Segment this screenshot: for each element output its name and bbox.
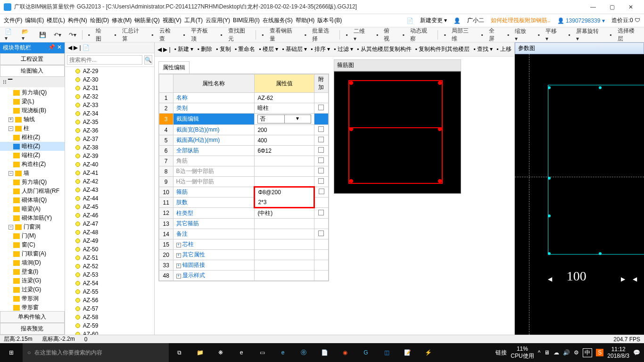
component-item[interactable]: AZ-43 <box>65 186 154 194</box>
component-item[interactable]: AZ-51 <box>65 254 154 262</box>
toolbar-btn[interactable]: ▪绘图 <box>86 26 109 44</box>
component-item[interactable]: AZ-45 <box>65 203 154 211</box>
menu-item[interactable]: 在线服务(S) <box>263 16 293 25</box>
component-item[interactable]: AZ-41 <box>65 169 154 177</box>
search-input[interactable] <box>67 55 142 65</box>
prop-extra-check[interactable] <box>314 250 328 260</box>
component-item[interactable]: AZ-49 <box>65 237 154 245</box>
ct-nav[interactable]: ◀ ▶ | <box>157 46 171 53</box>
toolbar-btn[interactable]: ▪云检查 <box>149 26 177 44</box>
ctoolbar-btn[interactable]: ▪ 基础层 ▾ <box>282 45 307 53</box>
component-item[interactable]: AZ-50 <box>65 245 154 254</box>
menu-item[interactable]: 钢筋量(Q) <box>134 16 159 25</box>
tree-item[interactable]: 窗(C) <box>0 240 65 249</box>
pin-icon[interactable]: 📌 ✕ <box>48 44 61 52</box>
tree-item[interactable]: −墙 <box>0 169 65 178</box>
ctoolbar-btn[interactable]: ▪ 排序 ▾ <box>311 45 330 53</box>
component-item[interactable]: AZ-36 <box>65 126 154 135</box>
component-item[interactable]: AZ-33 <box>65 101 154 109</box>
taskbar-edge2-icon[interactable]: e <box>272 343 293 362</box>
menu-item[interactable]: 文件(F) <box>4 16 22 25</box>
taskbar-app-icon[interactable]: 📄 <box>314 343 335 362</box>
taskbar-app-icon[interactable]: 📁 <box>190 343 210 362</box>
component-item[interactable]: AZ-47 <box>65 220 154 228</box>
component-item[interactable]: AZ-29 <box>65 67 154 75</box>
section-report-preview[interactable]: 报表预览 <box>0 323 65 335</box>
prop-value[interactable] <box>255 250 314 260</box>
prop-value[interactable]: 200 <box>255 125 314 135</box>
tree-item[interactable]: 剪力墙(Q) <box>0 88 65 97</box>
ctoolbar-btn[interactable]: ▪ 删除 <box>197 45 212 53</box>
taskbar-app-icon[interactable]: ⚡ <box>418 343 438 362</box>
toolbar-btn[interactable]: ▪查看钢筋量 <box>260 26 298 44</box>
tree-item[interactable]: 框柱(Z) <box>0 133 65 142</box>
component-item[interactable]: AZ-59 <box>65 321 154 330</box>
toolbar-btn[interactable]: ▪查找图元 <box>218 26 252 44</box>
prop-value[interactable] <box>255 219 314 229</box>
component-item[interactable]: AZ-31 <box>65 84 154 92</box>
component-item[interactable]: AZ-52 <box>65 262 154 271</box>
prop-value[interactable]: 6Φ12 <box>255 146 314 156</box>
task-view-icon[interactable]: ⧉ <box>169 343 190 362</box>
component-item[interactable]: AZ-55 <box>65 288 154 296</box>
toolbar-btn[interactable]: ▪局部三维 <box>442 26 475 44</box>
toolbar-btn[interactable]: ▪平移 ▾ <box>536 26 563 43</box>
menu-new-change[interactable]: 新建变更 ▾ <box>420 16 447 25</box>
tree-item[interactable]: 暗柱(Z) <box>0 142 65 151</box>
prop-value[interactable] <box>255 271 314 281</box>
prop-extra-check[interactable] <box>314 229 328 239</box>
menu-item[interactable]: 工具(T) <box>184 16 203 25</box>
prop-extra-check[interactable] <box>314 125 328 135</box>
tree-item[interactable]: 梁(L) <box>0 97 65 106</box>
prop-extra-check[interactable] <box>314 208 328 219</box>
taskbar-app-icon[interactable]: ◫ <box>376 343 397 362</box>
component-item[interactable]: AZ-40 <box>65 160 154 169</box>
prop-value[interactable]: 2*3 <box>255 197 314 208</box>
tb-redo-icon[interactable]: ↷▾ <box>67 31 78 39</box>
tree-item[interactable]: −门窗洞 <box>0 222 65 231</box>
tree-item[interactable]: −柱 <box>0 124 65 133</box>
component-item[interactable]: AZ-44 <box>65 194 154 203</box>
tb-undo-icon[interactable]: ↶▾ <box>52 31 63 39</box>
menu-item[interactable]: 构件(N) <box>68 16 87 25</box>
taskbar-app-icon[interactable]: 📝 <box>397 343 418 362</box>
toolbar-btn[interactable]: ▪屏幕旋转 ▾ <box>566 26 604 43</box>
tray-date[interactable]: 2018/8/3 <box>607 353 629 359</box>
tree-item[interactable]: 墙洞(D) <box>0 258 65 267</box>
minimize-button[interactable]: — <box>584 0 603 14</box>
prop-value[interactable] <box>255 229 314 239</box>
tree-item[interactable]: 门(M) <box>0 231 65 240</box>
tree-item[interactable]: 构造柱(Z) <box>0 160 65 169</box>
tray-volume-icon[interactable]: 🔊 <box>563 349 570 356</box>
tree-item[interactable]: 砌体墙(Q) <box>0 196 65 205</box>
prop-extra-check[interactable] <box>314 197 328 208</box>
prop-value[interactable]: 暗柱 <box>255 103 314 114</box>
tray-icon[interactable]: ⚙ <box>574 349 579 356</box>
component-item[interactable]: AZ-32 <box>65 92 154 101</box>
close-button[interactable]: ✕ <box>621 0 640 14</box>
search-button[interactable]: 🔍 <box>144 55 152 65</box>
taskbar-app-icon[interactable]: G <box>355 343 376 362</box>
start-button[interactable]: ⊞ <box>0 343 23 362</box>
prop-value[interactable] <box>255 239 314 250</box>
tray-ime[interactable]: 中 <box>583 348 592 357</box>
tray-notifications-icon[interactable]: 💬 <box>633 349 640 356</box>
ctoolbar-btn[interactable]: ▪ 重命名 <box>235 45 256 53</box>
tray-time[interactable]: 11:12 <box>607 346 629 353</box>
prop-value[interactable]: 否▾ <box>255 114 314 125</box>
tree-item[interactable]: 过梁(G) <box>0 285 65 294</box>
component-item[interactable]: AZ-60 <box>65 330 154 335</box>
tray-icon[interactable]: ☁ <box>553 349 559 356</box>
menu-item[interactable]: 版本号(B) <box>317 16 342 25</box>
component-item[interactable]: AZ-48 <box>65 228 154 237</box>
prop-value[interactable] <box>255 177 314 187</box>
component-item[interactable]: AZ-53 <box>65 271 154 279</box>
tree-item[interactable]: 剪力墙(Q) <box>0 178 65 187</box>
prop-value[interactable]: Φ8@200 <box>255 187 314 197</box>
menu-item[interactable]: 云应用(Y) <box>206 16 230 25</box>
component-item[interactable]: AZ-58 <box>65 313 154 321</box>
tree-item[interactable]: 壁龛(I) <box>0 267 65 276</box>
ctoolbar-btn[interactable]: ▪ 楼层 ▾ <box>259 45 278 53</box>
menu-tip[interactable]: 如何处理筏板附加钢筋.. <box>491 16 551 25</box>
tb-new-icon[interactable]: 📄▾ <box>3 27 16 42</box>
